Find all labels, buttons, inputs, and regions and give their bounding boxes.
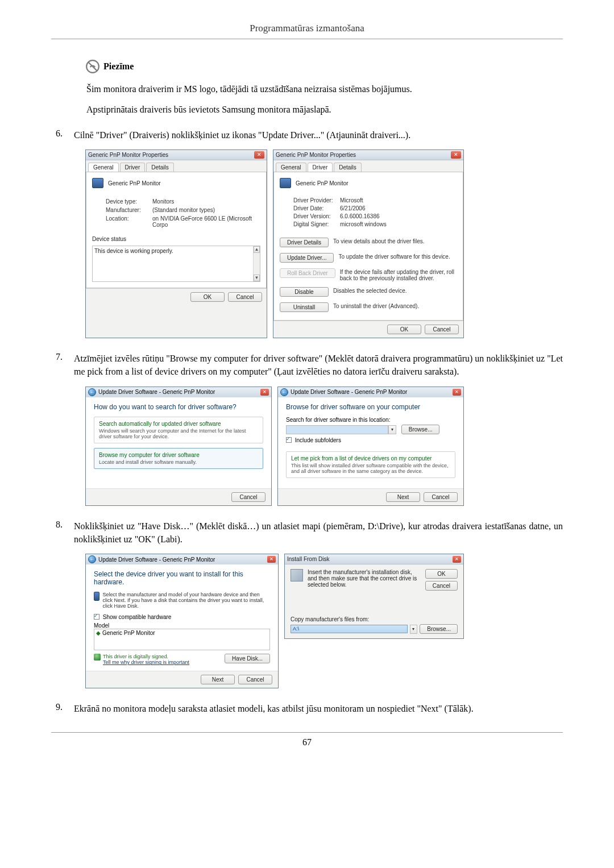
step-7: 7. Atzīmējiet izvēles rūtiņu "Browse my … bbox=[51, 352, 563, 378]
titlebar-text: Update Driver Software - Generic PnP Mon… bbox=[98, 556, 265, 563]
tab-general[interactable]: General bbox=[88, 163, 119, 172]
path-input[interactable] bbox=[286, 425, 388, 434]
option-let-me-pick[interactable]: Let me pick from a list of device driver… bbox=[286, 451, 455, 478]
wizard-browse-location: ← Update Driver Software - Generic PnP M… bbox=[277, 387, 464, 506]
cancel-button[interactable]: Cancel bbox=[231, 492, 265, 502]
step-8: 8. Noklikšķiniet uz "Have Disk…" (Meklēt… bbox=[51, 520, 563, 546]
model-item[interactable]: Generic PnP Monitor bbox=[102, 630, 155, 636]
close-icon[interactable]: ✕ bbox=[453, 389, 461, 396]
have-disk-button[interactable]: Have Disk... bbox=[225, 654, 270, 663]
scroll-down-icon[interactable]: ▼ bbox=[254, 275, 260, 281]
titlebar-text: Generic PnP Monitor Properties bbox=[276, 152, 356, 158]
date-val: 6/21/2006 bbox=[340, 205, 457, 211]
monitor-icon bbox=[280, 178, 291, 188]
dropdown-icon[interactable]: ▾ bbox=[410, 625, 418, 634]
browse-button[interactable]: Browse... bbox=[420, 624, 458, 634]
tab-details[interactable]: Details bbox=[146, 163, 174, 172]
titlebar: Install From Disk ✕ bbox=[285, 554, 463, 564]
close-icon[interactable]: ✕ bbox=[260, 389, 269, 396]
model-header: Model bbox=[94, 622, 270, 629]
compat-label: Show compatible hardware bbox=[103, 614, 172, 620]
cancel-button[interactable]: Cancel bbox=[425, 581, 458, 591]
shield-icon bbox=[94, 654, 101, 661]
close-icon[interactable]: ✕ bbox=[453, 556, 461, 563]
titlebar: Generic PnP Monitor Properties ✕ bbox=[273, 150, 463, 160]
signed-text: This driver is digitally signed. bbox=[103, 654, 189, 659]
ok-button[interactable]: OK bbox=[425, 569, 458, 579]
model-list[interactable]: ◆Generic PnP Monitor bbox=[94, 629, 270, 650]
step-7-text: Atzīmējiet izvēles rūtiņu "Browse my com… bbox=[74, 352, 563, 378]
titlebar-text: Install From Disk bbox=[287, 556, 329, 562]
browse-button[interactable]: Browse... bbox=[401, 425, 440, 434]
version-label: Driver Version: bbox=[293, 213, 338, 219]
step-6: 6. Cilnē "Driver" (Draiveris) noklikšķin… bbox=[51, 128, 563, 142]
titlebar: ← Update Driver Software - Generic PnP M… bbox=[86, 387, 271, 397]
scroll-up-icon[interactable]: ▲ bbox=[254, 246, 260, 253]
titlebar: Generic PnP Monitor Properties ✕ bbox=[86, 150, 267, 160]
note-block: Piezīme Šim monitora draiverim ir MS log… bbox=[85, 59, 563, 115]
disk-instruction: Insert the manufacturer's installation d… bbox=[308, 569, 421, 591]
close-icon[interactable]: ✕ bbox=[267, 556, 276, 563]
cancel-button[interactable]: Cancel bbox=[425, 325, 459, 334]
compat-checkbox[interactable] bbox=[94, 614, 99, 620]
option-title: Browse my computer for driver software bbox=[99, 452, 258, 458]
status-text: This device is working properly. bbox=[94, 248, 173, 254]
status-textarea: This device is working properly. ▲ ▼ bbox=[92, 246, 260, 282]
tab-driver[interactable]: Driver bbox=[308, 163, 333, 172]
wizard-search-method: ← Update Driver Software - Generic PnP M… bbox=[85, 387, 272, 506]
disk-icon bbox=[291, 569, 303, 582]
back-icon[interactable]: ← bbox=[88, 388, 96, 396]
cancel-button[interactable]: Cancel bbox=[228, 292, 262, 302]
close-icon[interactable]: ✕ bbox=[254, 151, 264, 159]
ok-button[interactable]: OK bbox=[190, 292, 225, 302]
screenshot-step7: ← Update Driver Software - Generic PnP M… bbox=[85, 387, 563, 506]
cancel-button[interactable]: Cancel bbox=[238, 675, 272, 684]
page-number: 67 bbox=[51, 732, 563, 747]
shield-icon: ◆ bbox=[96, 630, 101, 636]
wizard-heading: Browse for driver software on your compu… bbox=[286, 403, 455, 411]
copy-path-input[interactable]: A:\ bbox=[291, 625, 408, 633]
option-sub: This list will show installed driver sof… bbox=[291, 463, 450, 474]
screenshot-step6: Generic PnP Monitor Properties ✕ General… bbox=[85, 149, 563, 338]
option-auto-search[interactable]: Search automatically for updated driver … bbox=[94, 417, 263, 443]
dropdown-icon[interactable]: ▾ bbox=[388, 425, 396, 434]
monitor-name: Generic PnP Monitor bbox=[296, 180, 349, 186]
next-button[interactable]: Next bbox=[201, 675, 235, 684]
monitor-icon bbox=[92, 178, 103, 188]
option-browse-computer[interactable]: Browse my computer for driver software L… bbox=[94, 448, 263, 469]
signing-link[interactable]: Tell me why driver signing is important bbox=[103, 659, 189, 665]
titlebar-text: Generic PnP Monitor Properties bbox=[88, 152, 168, 158]
uninstall-button[interactable]: Uninstall bbox=[280, 302, 329, 312]
note-label: Piezīme bbox=[103, 61, 134, 72]
step-6-text: Cilnē "Driver" (Draiveris) noklikšķiniet… bbox=[74, 128, 563, 142]
location-val: on NVIDIA GeForce 6600 LE (Microsoft Cor… bbox=[152, 215, 260, 228]
tab-driver[interactable]: Driver bbox=[120, 163, 146, 172]
next-button[interactable]: Next bbox=[386, 492, 420, 502]
tab-general[interactable]: General bbox=[276, 163, 306, 172]
include-checkbox[interactable] bbox=[286, 437, 292, 443]
option-sub: Windows will search your computer and th… bbox=[99, 428, 258, 439]
ok-button[interactable]: OK bbox=[387, 325, 421, 334]
scrollbar[interactable]: ▲ ▼ bbox=[253, 246, 260, 281]
provider-val: Microsoft bbox=[340, 197, 457, 203]
back-icon[interactable]: ← bbox=[88, 555, 96, 563]
screenshot-step8: ← Update Driver Software - Generic PnP M… bbox=[85, 554, 563, 688]
cancel-button[interactable]: Cancel bbox=[424, 492, 458, 502]
note-text-1: Šim monitora draiverim ir MS logo, tādēj… bbox=[86, 84, 563, 94]
disable-button[interactable]: Disable bbox=[280, 287, 329, 297]
page-header: Programmatūras izmantošana bbox=[51, 23, 563, 39]
update-driver-button[interactable]: Update Driver... bbox=[280, 253, 334, 263]
driver-details-button[interactable]: Driver Details bbox=[280, 238, 329, 247]
device-type-label: Device type: bbox=[106, 198, 150, 205]
note-text-2: Apstiprinātais draiveris būs ievietots S… bbox=[86, 105, 563, 115]
close-icon[interactable]: ✕ bbox=[451, 151, 461, 159]
device-type-val: Monitors bbox=[152, 198, 260, 205]
tab-details[interactable]: Details bbox=[334, 163, 362, 172]
back-icon[interactable]: ← bbox=[280, 388, 288, 396]
signer-label: Digital Signer: bbox=[293, 221, 338, 227]
rollback-driver-button: Roll Back Driver bbox=[280, 268, 335, 278]
option-title: Search automatically for updated driver … bbox=[99, 421, 258, 427]
option-sub: Locate and install driver software manua… bbox=[99, 459, 258, 465]
version-val: 6.0.6000.16386 bbox=[340, 213, 457, 219]
rollback-driver-desc: If the device fails after updating the d… bbox=[340, 268, 457, 281]
